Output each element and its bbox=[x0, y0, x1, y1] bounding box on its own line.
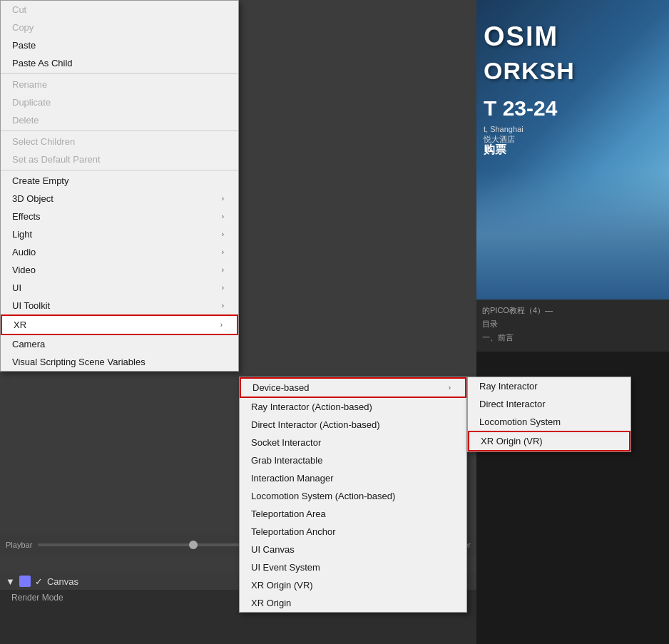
menu-item-paste-as-child[interactable]: Paste As Child bbox=[1, 54, 238, 72]
menu-item-cut-label: Cut bbox=[12, 4, 26, 15]
submenu-item-xr-origin-vr-device[interactable]: XR Origin (VR) bbox=[468, 431, 630, 451]
submenu-item-direct-action[interactable]: Direct Interactor (Action-based) bbox=[240, 416, 466, 434]
menu-item-copy[interactable]: Copy bbox=[1, 19, 238, 36]
submenu-item-interaction-manager[interactable]: Interaction Manager bbox=[240, 469, 466, 487]
menu-item-xr[interactable]: XR › bbox=[1, 315, 238, 335]
right-panel-link-1: 的PICO教程（4）— bbox=[482, 305, 663, 316]
canvas-icon bbox=[19, 576, 31, 587]
arrow-icon-device-based: › bbox=[449, 384, 451, 392]
menu-item-create-empty-label: Create Empty bbox=[12, 175, 68, 186]
context-menu-level1: Cut Copy Paste Paste As Child Rename Dup… bbox=[0, 0, 239, 372]
menu-item-cut[interactable]: Cut bbox=[1, 1, 238, 19]
menu-item-effects-label: Effects bbox=[12, 211, 41, 222]
submenu-xr: Device-based › Ray Interactor (Action-ba… bbox=[239, 377, 467, 613]
menu-item-copy-label: Copy bbox=[12, 22, 34, 33]
canvas-title: Canvas bbox=[47, 576, 78, 587]
menu-item-set-default-parent[interactable]: Set as Default Parent bbox=[1, 150, 238, 168]
menu-item-ui-toolkit[interactable]: UI Toolkit › bbox=[1, 297, 238, 315]
submenu-item-device-based[interactable]: Device-based › bbox=[240, 377, 466, 398]
poster-text-date: T 23-24 bbox=[484, 96, 557, 121]
submenu-item-teleportation-anchor-label: Teleportation Anchor bbox=[251, 526, 336, 537]
menu-item-ui[interactable]: UI › bbox=[1, 279, 238, 297]
arrow-icon-ui-toolkit: › bbox=[222, 302, 224, 310]
submenu-item-locomotion-action-label: Locomotion System (Action-based) bbox=[251, 491, 395, 501]
arrow-icon-xr: › bbox=[220, 321, 223, 329]
submenu-item-interaction-manager-label: Interaction Manager bbox=[251, 473, 334, 484]
submenu-item-direct-interactor[interactable]: Direct Interactor bbox=[468, 395, 630, 413]
menu-item-paste[interactable]: Paste bbox=[1, 36, 238, 54]
menu-item-effects[interactable]: Effects › bbox=[1, 208, 238, 225]
submenu-item-xr-origin[interactable]: XR Origin bbox=[240, 594, 466, 612]
submenu-item-socket-label: Socket Interactor bbox=[251, 437, 321, 448]
submenu-item-locomotion-action[interactable]: Locomotion System (Action-based) bbox=[240, 487, 466, 505]
menu-item-xr-label: XR bbox=[14, 320, 26, 330]
submenu-item-ray-action[interactable]: Ray Interactor (Action-based) bbox=[240, 398, 466, 416]
menu-item-delete-label: Delete bbox=[12, 115, 39, 126]
submenu-item-device-based-label: Device-based bbox=[252, 382, 310, 393]
arrow-icon-audio: › bbox=[222, 248, 224, 256]
arrow-icon-video: › bbox=[222, 266, 224, 274]
poster-location: t, Shanghai bbox=[484, 125, 524, 133]
submenu-item-teleportation-area-label: Teleportation Area bbox=[251, 508, 326, 519]
right-panel: OSIM ORKSH T 23-24 t, Shanghai 悦大酒店 购票 的… bbox=[476, 0, 669, 644]
submenu-item-ray-interactor[interactable]: Ray Interactor bbox=[468, 377, 630, 395]
submenu-item-direct-interactor-label: Direct Interactor bbox=[479, 399, 545, 409]
submenu-item-grab-label: Grab Interactable bbox=[251, 455, 322, 466]
submenu-item-ray-interactor-label: Ray Interactor bbox=[479, 381, 538, 392]
menu-item-audio-label: Audio bbox=[12, 247, 36, 257]
menu-item-ui-toolkit-label: UI Toolkit bbox=[12, 300, 50, 311]
submenu-item-teleportation-anchor[interactable]: Teleportation Anchor bbox=[240, 523, 466, 541]
arrow-icon-effects: › bbox=[222, 213, 224, 220]
menu-item-ui-label: UI bbox=[12, 282, 21, 293]
submenu-item-locomotion-system-label: Locomotion System bbox=[479, 416, 561, 427]
menu-item-create-empty[interactable]: Create Empty bbox=[1, 172, 238, 190]
menu-item-3d-object-label: 3D Object bbox=[12, 193, 53, 204]
menu-item-video[interactable]: Video › bbox=[1, 261, 238, 279]
submenu-item-ui-event[interactable]: UI Event System bbox=[240, 558, 466, 576]
submenu-item-direct-action-label: Direct Interactor (Action-based) bbox=[251, 419, 380, 430]
menu-item-audio[interactable]: Audio › bbox=[1, 243, 238, 261]
submenu-item-xr-origin-label: XR Origin bbox=[251, 598, 291, 608]
menu-item-set-default-parent-label: Set as Default Parent bbox=[12, 154, 101, 165]
separator-3 bbox=[1, 170, 238, 170]
submenu-item-grab[interactable]: Grab Interactable bbox=[240, 451, 466, 469]
menu-item-light-label: Light bbox=[12, 229, 32, 240]
submenu-item-locomotion-system[interactable]: Locomotion System bbox=[468, 413, 630, 431]
separator-2 bbox=[1, 131, 238, 131]
canvas-check-icon: ▼ bbox=[6, 576, 15, 587]
poster-area: OSIM ORKSH T 23-24 t, Shanghai 悦大酒店 购票 bbox=[476, 0, 669, 300]
playbar-left-label: Playbar bbox=[6, 541, 32, 549]
submenu-item-ui-canvas-label: UI Canvas bbox=[251, 544, 295, 555]
menu-item-camera[interactable]: Camera bbox=[1, 335, 238, 353]
menu-item-3d-object[interactable]: 3D Object › bbox=[1, 190, 238, 208]
menu-item-visual-scripting-label: Visual Scripting Scene Variables bbox=[12, 357, 145, 367]
menu-item-light[interactable]: Light › bbox=[1, 225, 238, 243]
arrow-icon-ui: › bbox=[222, 284, 224, 292]
poster-text-workshop: ORKSH bbox=[484, 57, 575, 85]
right-panel-link-3: 一、前言 bbox=[482, 332, 663, 343]
menu-item-rename-label: Rename bbox=[12, 79, 47, 90]
arrow-icon-light: › bbox=[222, 230, 224, 238]
poster-text-osim: OSIM bbox=[484, 21, 558, 52]
submenu-item-ui-canvas[interactable]: UI Canvas bbox=[240, 541, 466, 558]
submenu-item-ui-event-label: UI Event System bbox=[251, 562, 320, 573]
menu-item-visual-scripting[interactable]: Visual Scripting Scene Variables bbox=[1, 353, 238, 371]
menu-item-duplicate[interactable]: Duplicate bbox=[1, 93, 238, 111]
poster-ticket: 购票 bbox=[484, 143, 506, 158]
menu-item-paste-as-child-label: Paste As Child bbox=[12, 58, 73, 68]
right-panel-link-2: 目录 bbox=[482, 319, 663, 329]
slider-thumb[interactable] bbox=[189, 541, 198, 549]
submenu-item-teleportation-area[interactable]: Teleportation Area bbox=[240, 505, 466, 523]
menu-item-video-label: Video bbox=[12, 265, 36, 275]
canvas-check[interactable]: ✓ bbox=[35, 576, 43, 587]
submenu-device-based: Ray Interactor Direct Interactor Locomot… bbox=[467, 377, 631, 452]
submenu-item-xr-origin-vr[interactable]: XR Origin (VR) bbox=[240, 576, 466, 594]
arrow-icon-3d: › bbox=[222, 195, 224, 203]
menu-item-delete[interactable]: Delete bbox=[1, 111, 238, 129]
submenu-item-ray-action-label: Ray Interactor (Action-based) bbox=[251, 402, 372, 412]
menu-item-select-children[interactable]: Select Children bbox=[1, 133, 238, 150]
menu-item-rename[interactable]: Rename bbox=[1, 76, 238, 93]
submenu-item-socket[interactable]: Socket Interactor bbox=[240, 434, 466, 451]
city-skyline bbox=[476, 171, 669, 300]
menu-item-camera-label: Camera bbox=[12, 339, 45, 349]
